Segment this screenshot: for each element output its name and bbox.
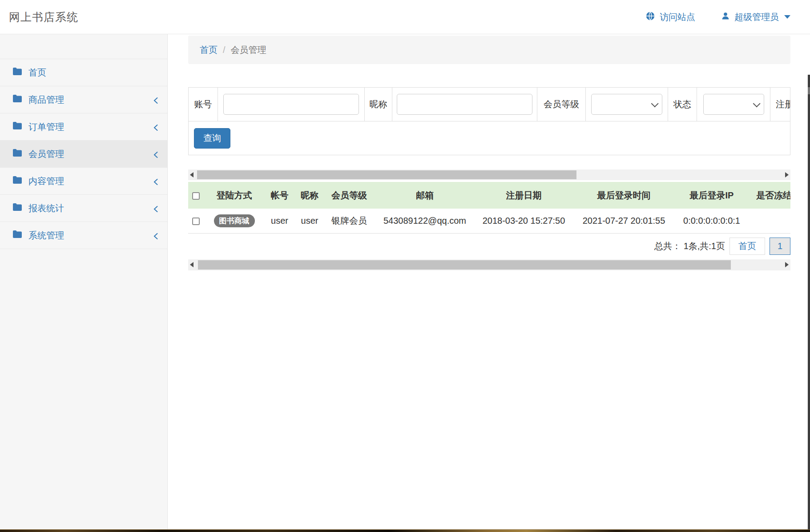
row-checkbox[interactable] (192, 218, 200, 225)
row-last-login-ip: 0:0:0:0:0:0:0:1 (676, 209, 747, 233)
folder-icon (12, 94, 22, 105)
search-button[interactable]: 查询 (194, 128, 230, 149)
admin-menu[interactable]: 超级管理员 (721, 11, 790, 23)
sidebar-item-label: 商品管理 (28, 94, 153, 106)
status-select[interactable] (703, 94, 764, 115)
column-last-login-ip: 最后登录IP (676, 182, 747, 209)
breadcrumb-current: 会员管理 (231, 44, 266, 56)
status-select-cell (697, 88, 770, 121)
register-date-label: 注册日期 (770, 88, 790, 121)
select-all-cell (188, 182, 204, 209)
folder-icon (12, 149, 22, 159)
globe-icon (645, 11, 655, 23)
account-input-cell (218, 88, 365, 121)
chevron-left-icon (153, 177, 158, 185)
sidebar-item-content[interactable]: 内容管理 (0, 168, 167, 195)
account-label: 账号 (189, 88, 218, 121)
scrollbar-thumb[interactable] (198, 260, 731, 270)
column-login-type: 登陆方式 (204, 182, 265, 209)
nickname-label: 昵称 (365, 88, 392, 121)
account-input[interactable] (223, 94, 359, 115)
filter-panel: 账号 昵称 会员等级 状态 (188, 87, 790, 155)
filter-button-row: 查询 (189, 121, 790, 155)
column-account: 帐号 (265, 182, 294, 209)
scroll-left-arrow-icon[interactable] (190, 262, 193, 267)
sidebar-item-members[interactable]: 会员管理 (0, 141, 167, 168)
page: 网上书店系统 访问站点 超级管理员 首页 (0, 0, 810, 532)
vertical-scrollbar-thumb[interactable] (808, 87, 810, 94)
members-table-viewport: 登陆方式 帐号 昵称 会员等级 邮箱 注册日期 最后登录时间 最后登录IP 是否… (188, 182, 790, 234)
column-level: 会员等级 (325, 182, 374, 209)
chevron-left-icon (153, 96, 158, 103)
top-header: 网上书店系统 访问站点 超级管理员 (0, 0, 810, 34)
members-table: 登陆方式 帐号 昵称 会员等级 邮箱 注册日期 最后登录时间 最后登录IP 是否… (188, 182, 790, 234)
footer-image-edge (0, 529, 810, 532)
column-register-date: 注册日期 (476, 182, 572, 209)
folder-icon (12, 230, 22, 241)
horizontal-scrollbar-bottom[interactable] (188, 259, 790, 270)
sidebar-item-products[interactable]: 商品管理 (0, 86, 167, 113)
row-level: 银牌会员 (325, 209, 374, 233)
row-register-date: 2018-03-20 15:27:50 (476, 209, 572, 233)
row-select-cell (188, 209, 204, 233)
app-title: 网上书店系统 (9, 10, 78, 24)
visit-site-link[interactable]: 访问站点 (645, 11, 695, 23)
sidebar-item-system[interactable]: 系统管理 (0, 222, 167, 249)
pagination: 总共： 1条,共:1页 首页 1 (188, 234, 790, 259)
sidebar-spacer (0, 34, 167, 59)
folder-icon (12, 176, 22, 186)
chevron-left-icon (153, 150, 158, 157)
folder-icon (12, 203, 22, 214)
member-level-label: 会员等级 (537, 88, 586, 121)
folder-icon (12, 121, 22, 132)
nickname-input-cell (392, 88, 537, 121)
user-icon (721, 12, 730, 23)
scrollbar-thumb[interactable] (197, 170, 576, 179)
sidebar-item-label: 内容管理 (28, 175, 153, 187)
page-1-button[interactable]: 1 (770, 238, 790, 255)
table-row: 图书商城 user user 银牌会员 543089122@qq.com 201… (188, 209, 790, 233)
sidebar-item-label: 订单管理 (28, 121, 153, 133)
horizontal-scrollbar-top[interactable] (188, 169, 790, 180)
member-level-select[interactable] (591, 94, 662, 115)
chevron-down-icon (784, 15, 790, 19)
sidebar-item-reports[interactable]: 报表统计 (0, 195, 167, 222)
row-last-login-time: 2021-07-27 20:01:55 (572, 209, 676, 233)
breadcrumb-separator: / (223, 45, 226, 55)
vertical-scrollbar[interactable] (808, 75, 810, 530)
scroll-right-arrow-icon[interactable] (785, 172, 789, 177)
sidebar-item-home[interactable]: 首页 (0, 59, 167, 86)
row-nickname: user (294, 209, 325, 233)
column-frozen: 是否冻结 (747, 182, 790, 209)
row-login-type: 图书商城 (204, 209, 265, 233)
chevron-down-icon (651, 100, 659, 107)
sidebar-item-label: 系统管理 (28, 230, 153, 242)
scroll-right-arrow-icon[interactable] (785, 262, 789, 267)
chevron-left-icon (153, 205, 158, 212)
sidebar-item-label: 会员管理 (28, 148, 153, 160)
first-page-button[interactable]: 首页 (729, 238, 765, 255)
header-right: 访问站点 超级管理员 (645, 11, 790, 23)
main-content: 首页 / 会员管理 账号 昵称 会员等级 状态 (168, 34, 810, 270)
breadcrumb: 首页 / 会员管理 (188, 36, 790, 64)
column-nickname: 昵称 (294, 182, 325, 209)
sidebar-item-label: 报表统计 (28, 202, 153, 214)
login-type-badge: 图书商城 (214, 214, 255, 227)
row-email: 543089122@qq.com (374, 209, 476, 233)
sidebar-item-orders[interactable]: 订单管理 (0, 113, 167, 141)
table-block: 登陆方式 帐号 昵称 会员等级 邮箱 注册日期 最后登录时间 最后登录IP 是否… (188, 169, 790, 270)
breadcrumb-home-link[interactable]: 首页 (200, 44, 218, 56)
nickname-input[interactable] (397, 94, 532, 115)
scroll-left-arrow-icon[interactable] (190, 172, 193, 177)
folder-icon (12, 67, 22, 78)
column-last-login-time: 最后登录时间 (572, 182, 676, 209)
table-header-row: 登陆方式 帐号 昵称 会员等级 邮箱 注册日期 最后登录时间 最后登录IP 是否… (188, 182, 790, 209)
pagination-summary: 总共： 1条,共:1页 (654, 240, 725, 252)
chevron-left-icon (153, 123, 158, 130)
member-level-select-cell (586, 88, 668, 121)
filter-row: 账号 昵称 会员等级 状态 (189, 88, 790, 121)
select-all-checkbox[interactable] (192, 192, 200, 200)
admin-name-label: 超级管理员 (734, 11, 779, 23)
row-account: user (265, 209, 294, 233)
visit-site-label: 访问站点 (660, 11, 695, 23)
